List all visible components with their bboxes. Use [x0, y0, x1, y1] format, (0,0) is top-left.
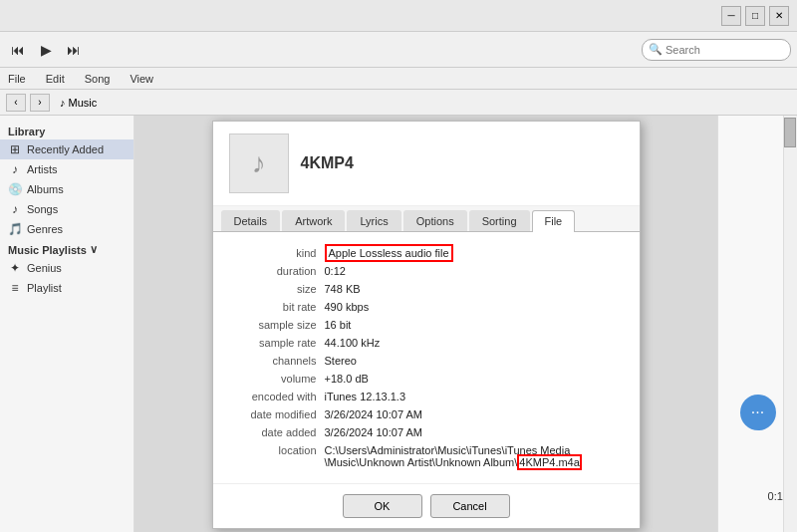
song-info-dialog: ♪ 4KMP4 Details Artwork Lyrics Options S… [212, 121, 641, 529]
sidebar-item-label-playlist: Playlist [27, 282, 62, 294]
info-row-datemodified: date modified 3/26/2024 10:07 AM [221, 405, 632, 423]
artists-icon: ♪ [8, 162, 22, 176]
duration-value: 0:12 [321, 262, 632, 280]
sidebar-item-label-songs: Songs [27, 203, 58, 215]
title-bar-controls: ─ □ ✕ [721, 6, 789, 26]
encoded-value: iTunes 12.13.1.3 [321, 388, 632, 405]
location-label: location [221, 441, 321, 471]
menu-file[interactable]: File [4, 71, 30, 87]
main-window: ─ □ ✕ ⏮ ▶ ⏭ 🔍 File Edit Song View ‹ › ♪ … [0, 0, 797, 532]
info-row-dateadded: date added 3/26/2024 10:07 AM [221, 423, 632, 441]
tab-sorting[interactable]: Sorting [469, 210, 530, 231]
dateadded-label: date added [221, 423, 321, 441]
fastforward-button[interactable]: ⏭ [62, 38, 86, 62]
samplerate-label: sample rate [221, 334, 321, 352]
datemodified-value: 3/26/2024 10:07 AM [321, 405, 632, 423]
playlists-chevron-icon: ∨ [90, 243, 98, 256]
far-right-panel: ··· 0:12 [717, 116, 797, 532]
info-row-samplesize: sample size 16 bit [221, 316, 632, 334]
sidebar-item-genius[interactable]: ✦ Genius [0, 258, 133, 278]
menu-song[interactable]: Song [81, 71, 115, 87]
search-box[interactable]: 🔍 [642, 39, 791, 61]
album-art: ♪ [229, 133, 289, 193]
main-panel: ♪ 4KMP4 Details Artwork Lyrics Options S… [134, 116, 717, 532]
info-row-duration: duration 0:12 [221, 262, 632, 280]
more-options-button[interactable]: ··· [740, 395, 776, 430]
samplerate-value: 44.100 kHz [321, 334, 632, 352]
bitrate-value: 490 kbps [321, 298, 632, 316]
dialog-track-title: 4KMP4 [301, 154, 354, 172]
sidebar-item-label-artists: Artists [27, 163, 58, 175]
sidebar-item-playlist[interactable]: ≡ Playlist [0, 278, 133, 298]
menu-edit[interactable]: Edit [42, 71, 69, 87]
maximize-button[interactable]: □ [745, 6, 765, 26]
genius-icon: ✦ [8, 261, 22, 275]
sidebar-item-genres[interactable]: 🎵 Genres [0, 219, 133, 239]
sidebar-item-label-albums: Albums [27, 183, 64, 195]
rewind-button[interactable]: ⏮ [6, 38, 30, 62]
location-highlight: 4KMP4.m4a [517, 454, 582, 470]
playlists-section-title[interactable]: Music Playlists ∨ [0, 239, 133, 258]
play-button[interactable]: ▶ [34, 38, 58, 62]
minimize-button[interactable]: ─ [721, 6, 741, 26]
search-input[interactable] [665, 44, 784, 56]
info-row-samplerate: sample rate 44.100 kHz [221, 334, 632, 352]
toolbar: ⏮ ▶ ⏭ 🔍 [0, 32, 797, 68]
albums-icon: 💿 [8, 182, 22, 196]
sidebar-item-songs[interactable]: ♪ Songs [0, 199, 133, 219]
location-value: C:\Users\Administrator\Music\iTunes\iTun… [321, 441, 632, 471]
content-area: Library ⊞ Recently Added ♪ Artists 💿 Alb… [0, 116, 797, 532]
playlists-title-label: Music Playlists [8, 244, 87, 256]
nav-row: ‹ › ♪ Music [0, 90, 797, 116]
tab-file[interactable]: File [532, 210, 576, 232]
close-button[interactable]: ✕ [769, 6, 789, 26]
recently-added-icon: ⊞ [8, 142, 22, 156]
datemodified-label: date modified [221, 405, 321, 423]
menu-bar: File Edit Song View [0, 68, 797, 90]
music-button[interactable]: ♪ Music [54, 95, 103, 111]
dialog-tabs: Details Artwork Lyrics Options Sorting F… [213, 206, 640, 232]
encoded-label: encoded with [221, 388, 321, 405]
location-text-2: \Music\Unknown Artist\Unknown Album\ [325, 456, 518, 468]
tab-lyrics[interactable]: Lyrics [347, 210, 400, 231]
dialog-header: ♪ 4KMP4 [213, 122, 640, 206]
samplesize-label: sample size [221, 316, 321, 334]
music-icon: ♪ [60, 97, 66, 109]
volume-value: +18.0 dB [321, 370, 632, 388]
file-info-table: kind Apple Lossless audio file duration … [221, 244, 632, 471]
genres-icon: 🎵 [8, 222, 22, 236]
kind-value: Apple Lossless audio file [321, 244, 632, 262]
dialog-footer: OK Cancel [213, 483, 640, 528]
ok-button[interactable]: OK [343, 494, 422, 518]
info-row-encoded: encoded with iTunes 12.13.1.3 [221, 388, 632, 405]
channels-label: channels [221, 352, 321, 370]
duration-label: duration [221, 262, 321, 280]
dateadded-value: 3/26/2024 10:07 AM [321, 423, 632, 441]
library-title: Library [0, 122, 133, 139]
songs-icon: ♪ [8, 202, 22, 216]
scrollbar-thumb[interactable] [784, 118, 796, 147]
volume-label: volume [221, 370, 321, 388]
file-content: kind Apple Lossless audio file duration … [213, 232, 640, 483]
sidebar-item-label-genres: Genres [27, 223, 63, 235]
size-label: size [221, 280, 321, 298]
back-button[interactable]: ‹ [6, 94, 26, 112]
menu-view[interactable]: View [126, 71, 157, 87]
cancel-button[interactable]: Cancel [430, 494, 510, 518]
samplesize-value: 16 bit [321, 316, 632, 334]
sidebar-item-albums[interactable]: 💿 Albums [0, 179, 133, 199]
tab-details[interactable]: Details [221, 210, 281, 231]
channels-value: Stereo [321, 352, 632, 370]
playlist-icon: ≡ [8, 281, 22, 295]
info-row-size: size 748 KB [221, 280, 632, 298]
vertical-scrollbar[interactable] [783, 116, 797, 532]
sidebar-item-recently-added[interactable]: ⊞ Recently Added [0, 139, 133, 159]
info-row-volume: volume +18.0 dB [221, 370, 632, 388]
info-row-bitrate: bit rate 490 kbps [221, 298, 632, 316]
tab-options[interactable]: Options [403, 210, 467, 231]
dialog-overlay: ♪ 4KMP4 Details Artwork Lyrics Options S… [134, 116, 717, 532]
tab-artwork[interactable]: Artwork [282, 210, 345, 231]
bitrate-label: bit rate [221, 298, 321, 316]
sidebar-item-artists[interactable]: ♪ Artists [0, 159, 133, 179]
forward-button[interactable]: › [30, 94, 50, 112]
